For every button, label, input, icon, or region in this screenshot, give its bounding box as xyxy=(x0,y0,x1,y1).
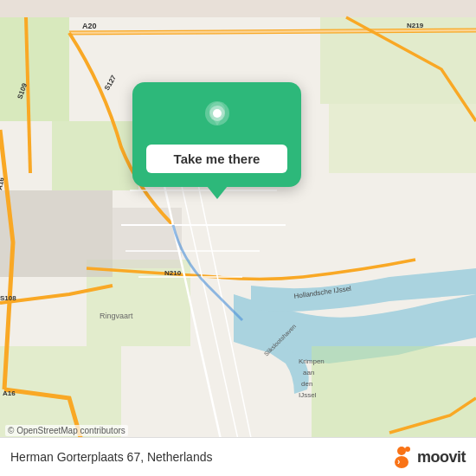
svg-text:S108: S108 xyxy=(0,294,16,302)
svg-point-36 xyxy=(397,447,406,455)
moovit-logo-text: moovit xyxy=(417,448,466,466)
svg-text:A20: A20 xyxy=(82,22,97,30)
svg-text:Ringvaart: Ringvaart xyxy=(100,312,133,320)
popup-card: Take me there xyxy=(132,82,301,187)
svg-text:›: › xyxy=(397,457,400,466)
location-pin-icon xyxy=(198,98,236,136)
svg-rect-1 xyxy=(0,17,69,121)
take-me-there-button[interactable]: Take me there xyxy=(146,145,287,173)
svg-rect-8 xyxy=(0,190,113,277)
map-container: A20 S109 A16 S127 N210 S108 A16 N219 N21… xyxy=(0,0,476,476)
svg-text:IJssel: IJssel xyxy=(299,391,317,399)
svg-text:Krimpen: Krimpen xyxy=(299,357,325,365)
svg-text:N210: N210 xyxy=(164,269,182,277)
map-svg: A20 S109 A16 S127 N210 S108 A16 N219 N21… xyxy=(0,0,476,476)
moovit-logo: › moovit xyxy=(389,445,466,469)
svg-text:A16: A16 xyxy=(3,389,16,397)
address-text: Herman Gorterplaats 67, Netherlands xyxy=(10,450,212,464)
svg-text:den: den xyxy=(301,380,312,388)
svg-text:N219: N219 xyxy=(407,22,424,29)
osm-credit: © OpenStreetMap contributors xyxy=(5,425,128,436)
svg-point-38 xyxy=(405,447,410,452)
moovit-logo-icon: › xyxy=(389,445,414,469)
svg-rect-4 xyxy=(329,104,476,173)
bottom-bar: Herman Gorterplaats 67, Netherlands › mo… xyxy=(0,437,476,476)
svg-text:aan: aan xyxy=(303,369,314,376)
osm-credit-text: © OpenStreetMap contributors xyxy=(8,426,125,435)
